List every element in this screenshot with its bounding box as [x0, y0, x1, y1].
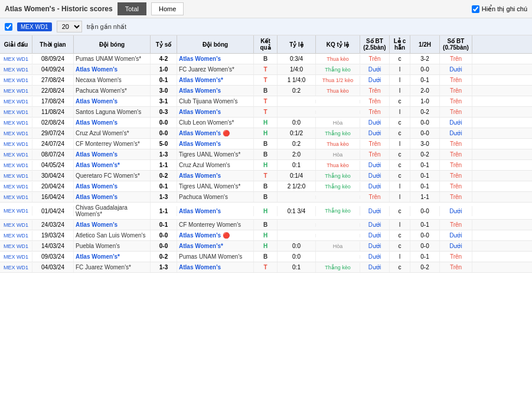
cell-team2[interactable]: Atlas Women's 🔴 — [177, 128, 254, 138]
header-bar: Atlas Women's - Historic scores Total Ho… — [0, 0, 532, 18]
tab-home[interactable]: Home — [151, 2, 184, 15]
cell-kq — [316, 110, 360, 114]
cell-lechan: c — [390, 262, 410, 272]
cell-sobt2: Dưới — [440, 241, 472, 251]
cell-date: 20/04/24 — [32, 181, 74, 191]
cell-team1[interactable]: Atlas Women's — [74, 118, 151, 128]
cell-result: T — [254, 96, 278, 106]
cell-team2[interactable]: Pumas UNAM Women's — [177, 252, 254, 262]
cell-lechan: l — [390, 64, 410, 74]
cell-ratio: 0:2 — [278, 139, 316, 149]
cell-league: MEX WD1 — [0, 86, 32, 96]
cell-kq — [316, 234, 360, 237]
cell-sobt2: Trên — [440, 107, 472, 117]
cell-league: MEX WD1 — [0, 161, 32, 170]
cell-sobt: Dưới — [360, 230, 390, 240]
cell-kq — [316, 100, 360, 103]
cell-lechan: c — [390, 96, 410, 106]
col-lechan: Lẻ c hẵn — [390, 35, 410, 53]
cell-team1[interactable]: Necaxa Women's — [74, 75, 151, 85]
cell-team1[interactable]: Cruz Azul Women's* — [74, 128, 151, 138]
cell-lechan: l — [390, 86, 410, 96]
cell-team2[interactable]: Atlas Women's 🔴 — [177, 230, 254, 240]
cell-score: 3-0 — [151, 86, 177, 96]
cell-team1[interactable]: Atlas Women's — [74, 149, 151, 159]
cell-date: 30/04/24 — [32, 171, 74, 181]
cell-result: B — [254, 192, 278, 202]
cell-team1[interactable]: Atlas Women's — [74, 181, 151, 191]
cell-team2[interactable]: Atlas Women's — [177, 171, 254, 181]
cell-team2[interactable]: Atlas Women's* — [177, 241, 254, 251]
cell-date: 04/05/24 — [32, 160, 74, 170]
cell-team1[interactable]: Puebla Women's — [74, 241, 151, 251]
cell-score: 0-2 — [151, 171, 177, 181]
cell-team1[interactable]: Atlas Women's* — [74, 252, 151, 262]
filter-bar: MEX WD1 20 10 30 trận gần nhất — [0, 18, 532, 35]
cell-ratio: 0:0 — [278, 241, 316, 251]
cell-kq: Thắng kèo — [316, 182, 360, 191]
cell-result: T — [254, 262, 278, 272]
cell-team2[interactable]: Atlas Women's — [177, 206, 254, 216]
cell-team1[interactable]: Atlas Women's — [74, 64, 151, 74]
cell-team2[interactable]: Atlas Women's* — [177, 75, 254, 85]
match-count-select[interactable]: 20 10 30 — [57, 21, 82, 32]
cell-sobt: Dưới — [360, 75, 390, 85]
table-row: MEX WD1 08/09/24 Pumas UNAM Women's* 4-2… — [0, 54, 532, 64]
cell-team1[interactable]: Queretaro FC Women's* — [74, 171, 151, 181]
cell-sobt: Dưới — [360, 181, 390, 191]
cell-team2[interactable]: Atlas Women's — [177, 86, 254, 96]
cell-sobt2: Dưới — [440, 128, 472, 138]
cell-team2[interactable]: Club Tijuana Women's — [177, 96, 254, 106]
cell-team2[interactable]: Atlas Women's — [177, 107, 254, 117]
col-kq-ratio: KQ tỷ lệ — [316, 35, 360, 53]
cell-lechan: c — [390, 241, 410, 251]
cell-result: B — [254, 220, 278, 230]
league-filter-checkbox[interactable] — [5, 23, 12, 31]
league-badge: MEX WD1 — [17, 22, 52, 31]
cell-team1[interactable]: Pumas UNAM Women's* — [74, 54, 151, 64]
show-notes-checkbox[interactable] — [472, 5, 479, 13]
cell-league: MEX WD1 — [0, 97, 32, 106]
cell-ratio: 0:1 3/4 — [278, 206, 316, 216]
cell-result: B — [254, 54, 278, 64]
cell-team1[interactable]: Atlas Women's* — [74, 160, 151, 170]
cell-team1[interactable]: FC Juarez Women's* — [74, 262, 151, 272]
cell-score: 1-1 — [151, 160, 177, 170]
cell-sobt2: Trên — [440, 220, 472, 230]
cell-sobt: Trên — [360, 86, 390, 96]
cell-team2[interactable]: Atlas Women's — [177, 262, 254, 272]
cell-team2[interactable]: Tigres UANL Women's* — [177, 181, 254, 191]
show-notes-toggle[interactable]: Hiển thị ghi chú — [472, 5, 527, 13]
cell-team1[interactable]: Santos Laguna Women's — [74, 107, 151, 117]
cell-team2[interactable]: Club Leon Women's* — [177, 118, 254, 128]
col-team2: Đội bóng — [177, 35, 254, 53]
cell-kq: Thắng kèo — [316, 171, 360, 181]
cell-league: MEX WD1 — [0, 171, 32, 181]
cell-team1[interactable]: Chivas Guadalajara Women's* — [74, 203, 151, 219]
cell-team1[interactable]: Atletico San Luis Women's — [74, 230, 151, 240]
cell-team2[interactable]: Atlas Women's — [177, 54, 254, 64]
col-result: Kết quả — [254, 35, 278, 53]
cell-lechan: l — [390, 192, 410, 202]
cell-sobt2: Trên — [440, 54, 472, 64]
cell-sobt: Dưới — [360, 160, 390, 170]
cell-score: 0-1 — [151, 220, 177, 230]
cell-team1[interactable]: Atlas Women's — [74, 96, 151, 106]
cell-team1[interactable]: CF Monterrey Women's* — [74, 139, 151, 149]
cell-team2[interactable]: FC Juarez Women's* — [177, 64, 254, 74]
cell-team2[interactable]: Pachuca Women's — [177, 192, 254, 202]
cell-team2[interactable]: Cruz Azul Women's — [177, 160, 254, 170]
cell-team2[interactable]: CF Monterrey Women's — [177, 220, 254, 230]
cell-team2[interactable]: Tigres UANL Women's* — [177, 149, 254, 159]
cell-halftime: 0-0 — [410, 118, 440, 128]
tab-total[interactable]: Total — [118, 2, 146, 15]
cell-team2[interactable]: Atlas Women's — [177, 139, 254, 149]
cell-lechan: l — [390, 252, 410, 262]
cell-team1[interactable]: Atlas Women's — [74, 220, 151, 230]
cell-halftime: 0-0 — [410, 206, 440, 216]
cell-result: B — [254, 181, 278, 191]
cell-result: H — [254, 118, 278, 128]
cell-team1[interactable]: Atlas Women's — [74, 192, 151, 202]
cell-sobt2: Trên — [440, 75, 472, 85]
cell-team1[interactable]: Pachuca Women's* — [74, 86, 151, 96]
